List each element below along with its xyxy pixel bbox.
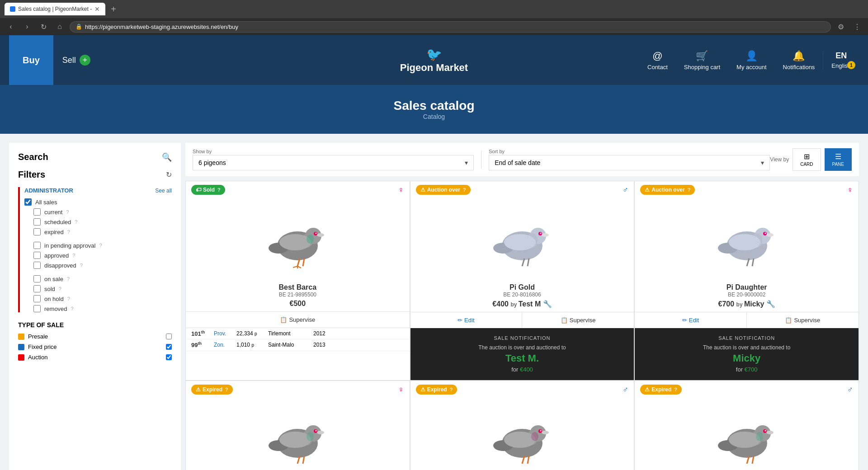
supervise-btn-1[interactable]: 📋 Supervise — [522, 312, 634, 328]
sort-by-select[interactable]: End of sale date ▾ — [489, 155, 770, 170]
svg-point-28 — [729, 234, 760, 250]
expired-label: expired — [44, 229, 64, 235]
on-sale-checkbox[interactable] — [33, 275, 41, 282]
supervise-icon-2: 📋 — [785, 317, 792, 324]
edit-btn-1[interactable]: ✏ Edit — [410, 312, 522, 328]
current-help-icon[interactable]: ? — [66, 209, 69, 215]
buy-nav-link[interactable]: Buy — [9, 35, 53, 85]
bell-icon: 🔔 — [793, 50, 805, 62]
language-nav-item[interactable]: 1 EN English — [823, 51, 859, 69]
sell-nav-item[interactable]: Sell + — [53, 35, 99, 85]
pigeon-price-2: €700 by Micky 🔧 — [638, 300, 855, 308]
home-btn[interactable]: ⌂ — [53, 20, 66, 33]
auction-over-icon-2: ⚠ — [645, 187, 650, 193]
status-text-0: Sold — [203, 187, 215, 193]
pending-approval-checkbox[interactable] — [33, 242, 41, 249]
disapproved-filter: disapproved ? — [24, 262, 172, 269]
removed-checkbox[interactable] — [33, 305, 41, 312]
show-by-select[interactable]: 6 pigeons ▾ — [193, 155, 474, 170]
search-btn[interactable]: 🔍 — [162, 152, 172, 162]
all-sales-label: All sales — [35, 199, 57, 206]
cart-nav-item[interactable]: 🛒 Shopping cart — [676, 50, 728, 70]
status-badge-1: ⚠ Auction over ? — [416, 185, 471, 195]
status-help-4[interactable]: ? — [450, 387, 453, 392]
notifications-nav-item[interactable]: 🔔 Notifications — [775, 50, 823, 70]
new-tab-btn[interactable]: + — [107, 4, 120, 14]
nav-right: @ Contact 🛒 Shopping cart 👤 My account 🔔… — [639, 50, 859, 70]
pigeon-card-5-header: ⚠ Expired ? ♂ — [635, 381, 859, 398]
tab-close-btn[interactable]: ✕ — [94, 5, 100, 13]
address-bar[interactable]: 🔒 https://pigeonmarketweb-staging.azurew… — [70, 21, 831, 33]
svg-point-31 — [764, 233, 766, 234]
all-sales-filter: All sales — [24, 198, 172, 206]
admin-title: ADMINISTRATOR — [24, 187, 73, 194]
status-help-2[interactable]: ? — [688, 187, 691, 193]
removed-help-icon[interactable]: ? — [71, 306, 74, 311]
on-hold-help-icon[interactable]: ? — [67, 296, 70, 301]
supervise-icon-1: 📋 — [561, 317, 568, 324]
race-row-0-1: 99th Zon. 1,010 p Saint-Malo 2013 — [186, 339, 410, 351]
account-label: My account — [736, 64, 766, 70]
active-tab[interactable]: Sales catalog | PigeonMarket - ✕ — [5, 3, 105, 15]
on-sale-help-icon[interactable]: ? — [67, 276, 70, 282]
current-checkbox[interactable] — [33, 208, 41, 216]
scheduled-checkbox[interactable] — [33, 218, 41, 226]
sort-by-label: Sort by — [489, 149, 770, 154]
pigeon-card-4: ⚠ Expired ? ♂ — [410, 381, 635, 470]
presale-checkbox[interactable] — [166, 334, 172, 339]
race-location-0-1: Saint-Malo — [268, 342, 313, 348]
auction-checkbox[interactable] — [166, 354, 172, 360]
back-btn[interactable]: ‹ — [5, 20, 17, 33]
pigeon-card-5: ⚠ Expired ? ♂ — [634, 381, 859, 470]
expired-checkbox[interactable] — [33, 228, 41, 235]
see-all-link[interactable]: See all — [155, 188, 172, 194]
reload-btn[interactable]: ↻ — [37, 20, 50, 33]
pigeon-info-2: Pi Daughter BE 20-9000002 €700 by Micky … — [635, 280, 859, 312]
filters-refresh-btn[interactable]: ↻ — [166, 170, 172, 179]
supervise-btn-2[interactable]: 📋 Supervise — [747, 312, 859, 328]
edit-btn-2[interactable]: ✏ Edit — [635, 312, 746, 328]
account-icon: 👤 — [745, 50, 758, 62]
status-help-0[interactable]: ? — [217, 187, 221, 193]
view-pane-btn[interactable]: ☰ PANE — [825, 148, 852, 171]
sold-filter: sold ? — [24, 285, 172, 292]
view-card-btn[interactable]: ⊞ CARD — [793, 148, 821, 171]
approved-help-icon[interactable]: ? — [72, 253, 75, 258]
contact-nav-item[interactable]: @ Contact — [639, 50, 676, 70]
scheduled-help-icon[interactable]: ? — [75, 219, 77, 225]
status-badge-5: ⚠ Expired ? — [640, 385, 682, 395]
forward-btn[interactable]: › — [21, 20, 33, 33]
on-hold-checkbox[interactable] — [33, 295, 41, 302]
cart-label: Shopping cart — [684, 64, 720, 70]
svg-point-21 — [540, 233, 541, 234]
sort-by-group: Sort by End of sale date ▾ — [489, 149, 770, 170]
pigeon-image-3 — [186, 398, 410, 470]
show-by-label: Show by — [193, 149, 474, 154]
pigeon-svg-0 — [261, 210, 334, 268]
pending-help-icon[interactable]: ? — [99, 243, 102, 248]
disapproved-checkbox[interactable] — [33, 262, 41, 269]
menu-btn[interactable]: ⋮ — [851, 20, 863, 33]
sold-help-icon[interactable]: ? — [59, 286, 61, 291]
pending-approval-label: in pending approval — [44, 242, 95, 249]
status-help-3[interactable]: ? — [225, 387, 228, 392]
page-header: Sales catalog Catalog — [0, 85, 868, 134]
approved-checkbox[interactable] — [33, 252, 41, 259]
account-nav-item[interactable]: 👤 My account — [728, 50, 774, 70]
extensions-btn[interactable]: ⚙ — [835, 20, 847, 33]
supervise-btn-0[interactable]: 📋 Supervise — [186, 312, 410, 328]
status-help-1[interactable]: ? — [463, 187, 466, 193]
on-hold-filter: on hold ? — [24, 295, 172, 302]
disapproved-help-icon[interactable]: ? — [80, 263, 83, 268]
site-logo[interactable]: 🐦 Pigeon Market — [400, 47, 468, 74]
expired-help-icon[interactable]: ? — [67, 229, 70, 235]
race-row-0-0: 101th Prov. 22,334 p Tirlemont 2012 — [186, 328, 410, 339]
view-by-group: View by ⊞ CARD ☰ PANE — [770, 148, 852, 171]
sell-plus-icon[interactable]: + — [80, 55, 90, 66]
all-sales-checkbox[interactable] — [24, 198, 32, 206]
status-help-5[interactable]: ? — [674, 387, 677, 392]
fixed-price-checkbox[interactable] — [166, 344, 172, 350]
presale-label: Presale — [28, 333, 48, 340]
sale-notification-buyer-2: Micky — [642, 352, 851, 364]
sold-checkbox[interactable] — [33, 285, 41, 292]
